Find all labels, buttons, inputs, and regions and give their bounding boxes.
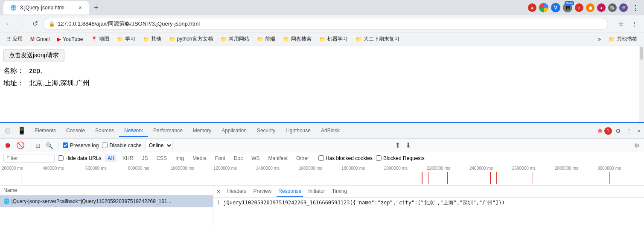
response-tab-initiator[interactable]: Initiator <box>306 186 326 197</box>
filter-type-manifest[interactable]: Manifest <box>266 154 290 162</box>
more-button[interactable]: ⋮ <box>629 18 641 30</box>
tab-adblock[interactable]: AdBlock <box>316 125 345 137</box>
filter-type-all[interactable]: All <box>105 154 117 162</box>
bookmark-more[interactable]: » <box>594 35 604 43</box>
bookmark-maps[interactable]: 📍 地图 <box>87 35 113 44</box>
response-tab-timing[interactable]: Timing <box>330 186 349 197</box>
page-scrollbar[interactable] <box>639 46 644 122</box>
tab-console[interactable]: Console <box>61 125 90 137</box>
tl-label-14: 3000000 ms <box>597 166 640 171</box>
hide-data-urls-label[interactable]: Hide data URLs <box>58 155 102 161</box>
url-bar[interactable]: 🔒 127.0.0.1:8848/ajax/同源策略/JSONP/3.jQuer… <box>43 18 608 30</box>
disable-cache-checkbox[interactable] <box>102 142 108 148</box>
network-settings-button[interactable]: ⚙ <box>633 141 641 150</box>
tab-close-button[interactable]: × <box>79 4 82 11</box>
filter-button[interactable]: ⊡ <box>35 141 41 150</box>
active-tab[interactable]: 🌐 3.jQuery-jsonp.html × <box>3 1 89 15</box>
blocked-requests-label[interactable]: Blocked Requests <box>376 155 425 161</box>
devtools-picker-icon[interactable]: ⊡ <box>2 125 14 137</box>
filter-type-font[interactable]: Font <box>213 154 228 162</box>
toolbar-icon-orange[interactable]: ◉ <box>586 3 594 12</box>
search-button[interactable]: 🔍 <box>45 141 54 150</box>
filter-type-css[interactable]: CSS <box>154 154 169 162</box>
filter-type-media[interactable]: Media <box>190 154 209 162</box>
toolbar-new-badge-container: ⊞ New <box>563 3 572 12</box>
throttle-select[interactable]: Online <box>145 141 173 150</box>
response-tab-preview[interactable]: Preview <box>252 186 274 197</box>
devtools-more-button[interactable]: ⋮ <box>624 126 634 136</box>
tl-label-5: 1200000 ms <box>213 166 256 171</box>
request-item-name: jQuery-jsonp-server?callback=jQuery11020… <box>12 198 172 204</box>
response-close-button[interactable]: × <box>217 188 220 195</box>
bookmark-gmail[interactable]: M Gmail <box>27 35 53 43</box>
bookmark-common[interactable]: 📁 常用网站 <box>217 35 253 44</box>
tab-network[interactable]: Network <box>119 125 148 137</box>
bookmark-frontend[interactable]: 📁 前端 <box>254 35 279 44</box>
response-tab-headers[interactable]: Headers <box>225 186 248 197</box>
export-button[interactable]: ⬇ <box>405 140 412 150</box>
bookmark-study[interactable]: 📁 学习 <box>114 35 139 44</box>
bookmark-netdisk[interactable]: 📁 网盘搜索 <box>280 35 315 44</box>
filter-type-img[interactable]: Img <box>173 154 186 162</box>
new-tab-button[interactable]: + <box>90 2 102 14</box>
disable-cache-label[interactable]: Disable cache <box>102 142 141 148</box>
reload-button[interactable]: ↺ <box>31 18 40 29</box>
forward-button[interactable]: → <box>17 18 27 29</box>
toolbar-icon-1[interactable]: ● <box>528 3 536 12</box>
toolbar-icon-red[interactable]: ○ <box>575 3 583 12</box>
has-blocked-cookies-checkbox[interactable] <box>318 155 324 161</box>
toolbar-icon-menu[interactable]: ⋮ <box>630 2 641 14</box>
toolbar-icon-pink[interactable]: ♦ <box>597 3 606 12</box>
apps-label: 应用 <box>12 35 23 43</box>
devtools-device-icon[interactable]: 📱 <box>14 125 29 137</box>
clear-button[interactable]: 🚫 <box>15 140 26 150</box>
tl-bar-3 <box>428 172 428 184</box>
toolbar-icon-elephant[interactable]: 🐘 <box>608 3 617 12</box>
network-timeline: 200000 ms 400000 ms 600000 ms 800000 ms … <box>0 164 644 186</box>
jsonp-button[interactable]: 点击发送jsonp请求 <box>3 49 64 61</box>
bookmark-other[interactable]: 📁 其他 <box>140 35 165 44</box>
bookmark-other-books[interactable]: 📁 其他书签 <box>605 35 641 44</box>
filter-type-other[interactable]: Other <box>294 154 312 162</box>
preserve-log-label[interactable]: Preserve log <box>63 142 99 148</box>
network-toolbar: ⏺ 🚫 ⊡ 🔍 Preserve log Disable cache Onlin… <box>0 139 644 152</box>
back-button[interactable]: ← <box>3 18 14 29</box>
tab-lighthouse[interactable]: Lighthouse <box>280 125 316 137</box>
bookmark-apps[interactable]: ⠿ 应用 <box>3 35 26 44</box>
bookmark-python[interactable]: 📁 python官方文档 <box>166 35 216 44</box>
filter-type-js[interactable]: JS <box>139 154 150 162</box>
record-button[interactable]: ⏺ <box>3 141 12 150</box>
tab-memory[interactable]: Memory <box>188 125 216 137</box>
devtools-close-button[interactable]: × <box>635 126 642 136</box>
filter-type-ws[interactable]: WS <box>249 154 262 162</box>
filter-type-xhr[interactable]: XHR <box>120 154 136 162</box>
tl-label-4: 1000000 ms <box>171 166 213 171</box>
tl-bar-5 <box>490 172 491 184</box>
devtools-settings-button[interactable]: ⚙ <box>614 126 623 136</box>
tab-security[interactable]: Security <box>252 125 280 137</box>
request-item[interactable]: 🌐 jQuery-jsonp-server?callback=jQuery110… <box>0 195 213 207</box>
bookmark-exam[interactable]: 📁 大二下期末复习 <box>352 35 403 44</box>
toolbar-icon-v[interactable]: V <box>551 3 560 12</box>
toolbar-icon-multicolor[interactable] <box>539 3 548 12</box>
tab-sources[interactable]: Sources <box>90 125 119 137</box>
toolbar-separator-2 <box>58 142 58 149</box>
timeline-labels: 200000 ms 400000 ms 600000 ms 800000 ms … <box>0 166 644 171</box>
has-blocked-cookies-label[interactable]: Has blocked cookies <box>318 155 373 161</box>
response-text: jQuery110205920397519242269_161666059312… <box>223 200 505 206</box>
response-tab-response[interactable]: Response <box>277 186 303 197</box>
hide-data-urls-checkbox[interactable] <box>58 155 64 161</box>
tab-elements[interactable]: Elements <box>29 125 61 137</box>
star-button[interactable]: ☆ <box>615 18 627 30</box>
filter-type-doc[interactable]: Doc <box>231 154 245 162</box>
filter-input[interactable] <box>3 154 55 163</box>
tab-performance[interactable]: Performance <box>148 125 188 137</box>
preserve-log-checkbox[interactable] <box>63 142 68 148</box>
toolbar-icon-puzzle[interactable]: 🧩 <box>619 3 628 12</box>
tab-application[interactable]: Application <box>216 125 252 137</box>
ml-label: 机器学习 <box>327 35 348 43</box>
bookmark-ml[interactable]: 📁 机器学习 <box>316 35 351 44</box>
blocked-requests-checkbox[interactable] <box>376 155 382 161</box>
import-button[interactable]: ⬆ <box>394 140 401 150</box>
bookmark-youtube[interactable]: ▶ YouTube <box>54 35 86 43</box>
